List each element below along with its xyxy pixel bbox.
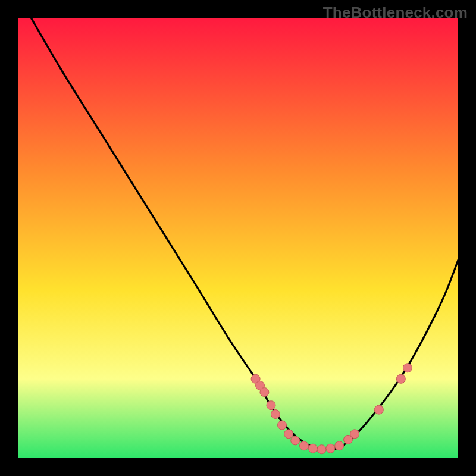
data-marker [291,436,300,445]
data-marker [403,364,412,372]
data-marker [284,430,293,439]
data-marker [326,444,335,453]
data-marker [317,445,326,454]
plot-background [18,18,458,458]
data-marker [260,388,269,397]
data-marker [396,374,405,383]
data-marker [278,421,287,430]
data-marker [335,441,344,450]
data-marker [374,405,383,414]
data-marker [308,444,317,453]
data-marker [300,441,309,450]
data-marker [267,401,275,410]
data-marker [271,410,280,419]
chart-container: TheBottleneck.com [0,0,476,476]
data-marker [350,430,359,439]
bottleneck-plot [0,0,476,476]
